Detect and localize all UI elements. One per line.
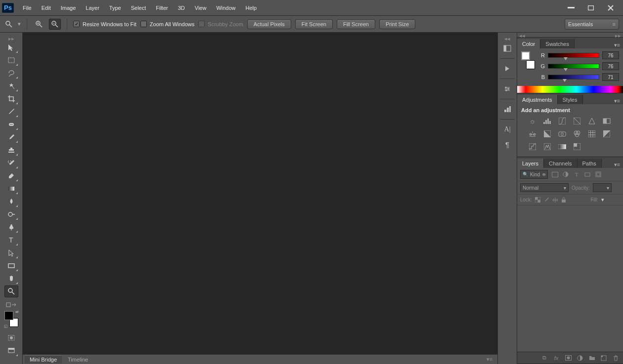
color-fg-swatch[interactable] <box>521 51 530 60</box>
adjustments-panel-menu-icon[interactable]: ▾≡ <box>611 98 623 104</box>
g-slider[interactable] <box>548 64 599 69</box>
black-white-icon[interactable] <box>543 130 552 138</box>
history-panel-icon[interactable] <box>500 41 515 55</box>
layer-filter-kind[interactable]: 🔍Kind≑ <box>520 170 548 179</box>
tab-color[interactable]: Color <box>517 39 540 48</box>
g-value[interactable]: 76 <box>602 62 619 70</box>
color-bg-swatch[interactable] <box>526 60 535 69</box>
exposure-icon[interactable] <box>573 117 581 125</box>
layers-panel-menu-icon[interactable]: ▾≡ <box>611 162 623 168</box>
layer-mask-icon[interactable] <box>565 355 572 362</box>
zoom-tool[interactable] <box>4 285 18 297</box>
history-brush-tool[interactable] <box>4 157 18 169</box>
new-layer-icon[interactable] <box>600 355 607 362</box>
zoom-all-checkbox[interactable]: Zoom All Windows <box>140 21 194 27</box>
quick-mask-toggle[interactable] <box>4 332 18 344</box>
opacity-input[interactable]: ▾ <box>593 183 612 192</box>
fill-input[interactable]: ▾ <box>601 197 620 203</box>
tab-timeline[interactable]: Timeline <box>63 356 93 364</box>
eyedropper-tool[interactable] <box>4 106 18 118</box>
hand-tool[interactable] <box>4 273 18 284</box>
window-maximize-button[interactable] <box>583 3 598 12</box>
filter-shape-icon[interactable] <box>583 171 591 178</box>
menu-3d[interactable]: 3D <box>173 3 190 13</box>
r-slider[interactable] <box>548 53 599 58</box>
lock-pixels-icon[interactable] <box>543 197 549 203</box>
menu-image[interactable]: Image <box>56 3 81 13</box>
brightness-contrast-icon[interactable]: ☼ <box>528 117 537 125</box>
color-spectrum[interactable] <box>517 86 623 93</box>
paragraph-panel-icon[interactable]: ¶ <box>500 137 515 151</box>
print-size-button[interactable]: Print Size <box>379 19 415 29</box>
new-group-icon[interactable] <box>588 355 595 362</box>
b-value[interactable]: 71 <box>602 73 619 81</box>
brush-tool[interactable] <box>4 131 18 143</box>
current-tool-icon[interactable] <box>4 19 14 29</box>
path-selection-tool[interactable] <box>4 247 18 259</box>
menu-help[interactable]: Help <box>241 3 262 13</box>
clone-stamp-tool[interactable] <box>4 144 18 156</box>
screen-mode-toggle[interactable] <box>4 345 18 357</box>
tab-paths[interactable]: Paths <box>578 159 602 168</box>
blend-mode-select[interactable]: Normal▾ <box>520 183 569 192</box>
layer-fx-icon[interactable]: fx <box>553 355 560 362</box>
filter-pixel-icon[interactable] <box>551 171 559 178</box>
default-colors-icon[interactable]: ◱ <box>4 324 8 328</box>
bottom-tabs-menu-icon[interactable]: ▾≡ <box>487 356 495 363</box>
properties-panel-icon[interactable] <box>500 82 515 96</box>
tab-channels[interactable]: Channels <box>544 159 577 168</box>
lasso-tool[interactable] <box>4 67 18 79</box>
filter-adjustment-icon[interactable] <box>562 171 570 178</box>
posterize-icon[interactable] <box>528 143 537 151</box>
type-tool[interactable]: T <box>4 234 18 246</box>
color-swatch-pair[interactable] <box>521 51 535 69</box>
lock-all-icon[interactable] <box>561 197 566 203</box>
color-lookup-icon[interactable] <box>587 130 596 138</box>
curves-icon[interactable] <box>558 117 567 125</box>
threshold-icon[interactable] <box>543 143 552 151</box>
resize-windows-checkbox[interactable]: Resize Windows to Fit <box>73 21 136 27</box>
menu-edit[interactable]: Edit <box>37 3 56 13</box>
foreground-color-swatch[interactable] <box>4 311 13 320</box>
fill-screen-button[interactable]: Fill Screen <box>337 19 375 29</box>
color-balance-icon[interactable] <box>528 130 537 138</box>
photo-filter-icon[interactable] <box>558 130 567 138</box>
tab-adjustments[interactable]: Adjustments <box>517 95 558 104</box>
fit-screen-button[interactable]: Fit Screen <box>295 19 333 29</box>
adjustments-shortcut-icon[interactable] <box>500 102 515 116</box>
selective-color-icon[interactable] <box>573 143 581 151</box>
toolbox-grip-icon[interactable]: ▸▸ <box>0 36 22 40</box>
hue-saturation-icon[interactable] <box>602 117 611 125</box>
menu-view[interactable]: View <box>190 3 212 13</box>
menu-select[interactable]: Select <box>126 3 151 13</box>
lock-position-icon[interactable] <box>552 197 558 203</box>
gradient-tool[interactable] <box>4 183 18 195</box>
actual-pixels-button[interactable]: Actual Pixels <box>247 19 291 29</box>
delete-layer-icon[interactable] <box>612 355 619 362</box>
foreground-background-swatch[interactable]: ⇄ ◱ <box>4 311 18 327</box>
actions-panel-icon[interactable] <box>500 62 515 76</box>
menu-file[interactable]: File <box>18 3 37 13</box>
workspace-selector[interactable]: Essentials ≡ <box>565 19 619 30</box>
eraser-tool[interactable] <box>4 170 18 182</box>
r-value[interactable]: 76 <box>602 51 619 59</box>
magic-wand-tool[interactable] <box>4 80 18 92</box>
menu-window[interactable]: Window <box>211 3 240 13</box>
filter-smart-icon[interactable] <box>594 171 602 178</box>
strip-grip-icon[interactable]: ◂◂ <box>498 36 517 40</box>
zoom-in-button[interactable] <box>33 19 45 30</box>
link-layers-icon[interactable]: ⧉ <box>541 355 548 362</box>
invert-icon[interactable] <box>602 130 611 138</box>
tab-swatches[interactable]: Swatches <box>540 39 575 48</box>
panel-collapse-icon[interactable]: ◂◂ <box>519 33 525 37</box>
color-panel-menu-icon[interactable]: ▾≡ <box>611 42 623 48</box>
menu-layer[interactable]: Layer <box>81 3 104 13</box>
swap-colors-icon[interactable]: ⇄ <box>15 310 19 314</box>
gradient-map-icon[interactable] <box>558 143 567 151</box>
b-slider[interactable] <box>548 75 599 80</box>
character-panel-icon[interactable]: A| <box>500 122 515 136</box>
filter-type-icon[interactable]: T <box>573 171 580 178</box>
dodge-tool[interactable] <box>4 208 18 220</box>
crop-tool[interactable] <box>4 93 18 105</box>
tab-styles[interactable]: Styles <box>558 95 583 104</box>
